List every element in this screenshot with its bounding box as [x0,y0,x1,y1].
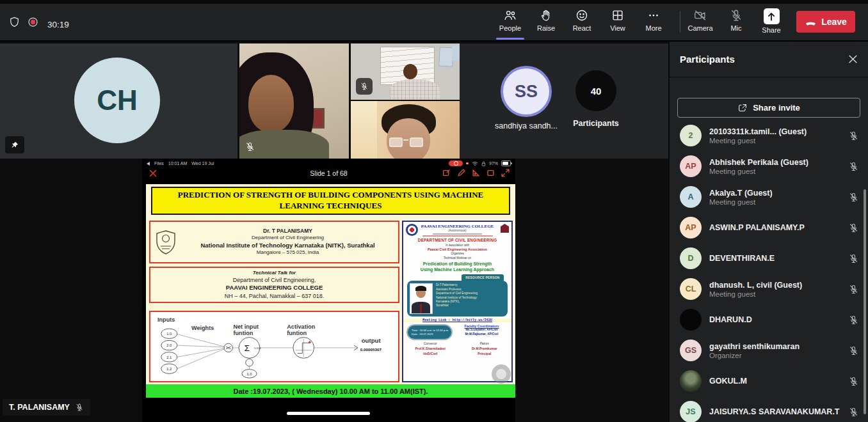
svg-text:2.0: 2.0 [166,343,172,347]
react-smiley-icon [577,10,586,20]
speaker-institute: National Institute of Technology Karnata… [177,242,398,249]
video-tile-man-whiteboard[interactable] [351,43,460,100]
poster-college: PAAVAI ENGINEERING COLLEGE [417,224,497,229]
participant-row[interactable]: CL dhanush. L, civil (Guest) Meeting gue… [670,274,868,304]
avatar-initials: AP [685,162,696,171]
convenor-name: Prof.K.Sharmiladevi [403,347,458,351]
share-icon [764,8,780,24]
participant-name: dhanush. L, civil (Guest) [709,281,840,290]
paavai-logo-icon [406,224,418,236]
raise-hand-icon [542,10,549,20]
mic-off-icon [848,130,859,141]
raise-hand-button[interactable]: Raise [528,8,564,39]
more-label: More [645,24,661,32]
view-button[interactable]: View [600,8,636,39]
window-light [351,101,377,159]
resource-person-card: Dr.T.Palanisamy, Assistant Professor, De… [407,281,508,316]
more-button[interactable]: More [636,8,671,39]
video-tile-presenter-woman[interactable] [239,43,349,159]
react-label: React [573,24,591,32]
participant-name: JAISURYA.S SARAVANAKUMAR.T [709,407,840,416]
participant-row[interactable]: JS JAISURYA.S SARAVANAKUMAR.T [670,396,868,422]
accreditation-logo-icon [501,224,509,233]
svg-text:funtion: funtion [287,330,307,336]
participant-row[interactable]: GOKUL.M [670,366,868,396]
participant-role: Meeting guest [709,290,840,298]
speaker-info-box: Dr. T PALANISAMY Department of Civil Eng… [149,221,399,263]
panel-scrollbar[interactable] [864,189,866,414]
people-button[interactable]: People [492,8,528,39]
participants-list: 2 20103311k.tamil... (Guest) Meeting gue… [670,120,868,422]
pin-badge[interactable] [5,136,24,153]
mic-button[interactable]: Mic [718,8,754,39]
person-line: Department of Civil Engineering, [436,292,478,295]
share-invite-button[interactable]: Share invite [677,98,860,118]
mic-label: Mic [730,24,741,32]
participant-avatar: GS [680,340,702,361]
participant-name: Akalya.T (Guest) [709,189,840,198]
neural-network-diagram: Inputs Weights Net input funtion Activat… [152,313,397,380]
svg-text:Weights: Weights [191,325,214,331]
poster-webinar-pre: Technical Webinar on [403,256,511,260]
participant-avatar: CL [680,278,702,300]
avatar-initials: A [687,192,693,201]
participant-row[interactable]: A Akalya.T (Guest) Meeting guest [670,182,868,212]
share-invite-label: Share invite [753,103,800,113]
participants-panel-header: Participants [670,42,868,77]
avatar-initials: CL [686,285,696,293]
poster-autonomous: (Autonomous) [417,229,497,232]
convenor-role: HoD/Civil [403,352,458,356]
svg-text:Net input: Net input [233,324,259,330]
participants-overflow-tile[interactable]: 40 Participants [554,70,638,128]
mic-off-icon [360,82,369,91]
annotate-icon [442,169,451,177]
participant-row[interactable]: AP Abhishek Perikala (Guest) Meeting gue… [670,151,868,182]
poster-assoc-pre: In association with [403,244,511,247]
view-grid-icon [613,11,622,20]
share-button[interactable]: Share [753,8,789,39]
avatar-initials: 2 [689,131,693,140]
mic-off-icon [848,315,859,325]
speaker-dept: Department of Civil Engineering [177,235,398,241]
presenter-name-tag: T. PALANISAMY [3,399,90,416]
person-face [403,64,417,79]
shape-icon [486,169,495,177]
participant-row[interactable]: DHARUN.D [670,304,868,335]
leave-label: Leave [821,17,847,27]
poster-dept: DEPARTMENT OF CIVIL ENGINEERING [403,238,511,242]
mic-off-icon [848,376,859,387]
participant-row[interactable]: 2 20103311k.tamil... (Guest) Meeting gue… [670,120,868,151]
poster-accreditation-microtext [422,235,493,237]
participant-row[interactable]: AP ASWIN.P PALANISAMY.P [670,212,868,243]
avatar-initials: GS [685,346,696,355]
react-button[interactable]: React [564,8,600,39]
screen-record-pill [449,160,463,166]
close-panel-button[interactable] [848,54,858,64]
video-tile-ch[interactable]: CH [0,43,237,159]
participant-avatar: JS [680,401,702,422]
camera-button[interactable]: Camera [682,8,718,39]
participant-avatar [680,370,702,392]
share-invite-icon [737,103,748,113]
participants-bubble-label: Participants [554,119,638,128]
participant-row[interactable]: D DEVENTHIRAN.E [670,243,868,274]
more-dots-icon [649,15,658,17]
avatar-initials: D [687,254,693,263]
patron-name: Dr.M.Premkumar [458,347,512,351]
home-indicator [287,412,370,415]
back-icon [147,162,150,166]
avatar-initials: AP [685,223,696,232]
participant-row[interactable]: GS gayathri senthikumaran Organizer [670,335,868,366]
avatar-ch: CH [74,58,160,143]
svg-text:Inputs: Inputs [157,316,175,323]
meeting-link: Meeting Link : http://bitly.ws/I63U [403,318,511,322]
battery-icon [501,160,511,166]
video-tile-man-glasses[interactable] [351,101,460,159]
mic-off-icon [848,161,859,172]
statusbar-app: Files [154,161,164,166]
participant-avatar: D [680,247,702,269]
leave-button[interactable]: Leave [796,11,855,33]
avatar-ss: SS [501,66,552,117]
patron-role: Principal [458,352,512,356]
orange-dot-icon [466,162,469,165]
